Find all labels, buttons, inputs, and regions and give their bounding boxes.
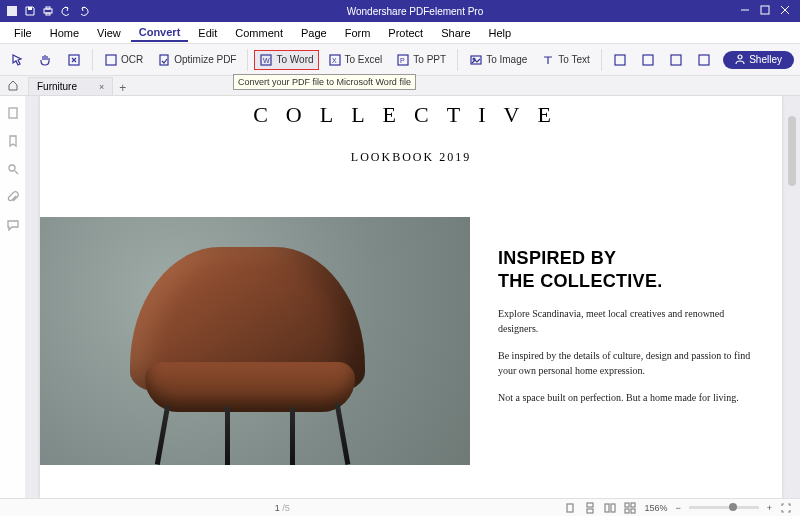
doc-paragraph: Explore Scandinavia, meet local creative… — [498, 306, 762, 336]
optimize-button[interactable]: Optimize PDF — [152, 50, 241, 70]
menu-file[interactable]: File — [6, 25, 40, 41]
doc-image — [40, 217, 470, 465]
svg-rect-33 — [625, 503, 629, 507]
text-icon — [541, 53, 555, 67]
svg-rect-30 — [587, 509, 593, 513]
svg-rect-6 — [761, 6, 769, 14]
vertical-scrollbar[interactable] — [788, 96, 798, 498]
status-bar: 1 /5 156% − + — [0, 498, 800, 516]
to-other-4-button[interactable] — [692, 50, 716, 70]
save-icon[interactable] — [24, 5, 36, 17]
svg-rect-31 — [605, 504, 609, 512]
optimize-icon — [157, 53, 171, 67]
bookmarks-icon[interactable] — [6, 134, 20, 148]
ppt-icon: P — [396, 53, 410, 67]
svg-rect-1 — [28, 7, 32, 10]
fit-icon — [67, 53, 81, 67]
doc-paragraph: Not a space built on perfection. But a h… — [498, 390, 762, 405]
tab-close-icon[interactable]: × — [99, 82, 104, 92]
view-single-icon[interactable] — [564, 502, 576, 514]
user-account-button[interactable]: Shelley — [723, 51, 794, 69]
svg-rect-29 — [587, 503, 593, 507]
undo-icon[interactable] — [60, 5, 72, 17]
to-ppt-button[interactable]: PTo PPT — [391, 50, 451, 70]
menu-convert[interactable]: Convert — [131, 24, 189, 42]
svg-rect-21 — [643, 55, 653, 65]
export-icon — [613, 53, 627, 67]
to-word-button[interactable]: WTo Word — [254, 50, 318, 70]
svg-rect-32 — [611, 504, 615, 512]
search-icon[interactable] — [6, 162, 20, 176]
hand-icon — [39, 53, 53, 67]
svg-line-27 — [15, 171, 18, 174]
svg-rect-35 — [625, 509, 629, 513]
doc-title: COLLECTIVE — [40, 102, 782, 128]
close-icon[interactable] — [780, 5, 790, 17]
to-image-button[interactable]: To Image — [464, 50, 532, 70]
user-name: Shelley — [749, 54, 782, 65]
new-tab-button[interactable]: + — [113, 81, 132, 95]
document-viewport[interactable]: COLLECTIVE LOOKBOOK 2019 INSPIRED BYTHE … — [26, 96, 800, 498]
view-facing-icon[interactable] — [604, 502, 616, 514]
select-tool[interactable] — [6, 50, 30, 70]
tab-label: Furniture — [37, 81, 77, 92]
svg-rect-10 — [106, 55, 116, 65]
zoom-value[interactable]: 156% — [644, 503, 667, 513]
svg-rect-20 — [615, 55, 625, 65]
to-other-2-button[interactable] — [636, 50, 660, 70]
svg-rect-3 — [46, 7, 50, 9]
menu-help[interactable]: Help — [481, 25, 520, 41]
view-continuous-icon[interactable] — [584, 502, 596, 514]
zoom-out-button[interactable]: − — [675, 503, 680, 513]
user-icon — [735, 54, 745, 66]
doc-text-column: INSPIRED BYTHE COLLECTIVE. Explore Scand… — [470, 217, 782, 465]
thumbnails-icon[interactable] — [6, 106, 20, 120]
left-sidebar — [0, 96, 26, 498]
print-icon[interactable] — [42, 5, 54, 17]
menu-comment[interactable]: Comment — [227, 25, 291, 41]
image-icon — [469, 53, 483, 67]
menu-page[interactable]: Page — [293, 25, 335, 41]
svg-point-26 — [9, 165, 15, 171]
document-tab[interactable]: Furniture × — [28, 77, 113, 95]
export-icon — [669, 53, 683, 67]
redo-icon[interactable] — [78, 5, 90, 17]
menu-home[interactable]: Home — [42, 25, 87, 41]
svg-text:P: P — [400, 57, 405, 64]
app-logo-icon — [6, 5, 18, 17]
zoom-tool[interactable] — [62, 50, 86, 70]
menu-bar: File Home View Convert Edit Comment Page… — [0, 22, 800, 44]
attachments-icon[interactable] — [6, 190, 20, 204]
to-other-3-button[interactable] — [664, 50, 688, 70]
to-excel-button[interactable]: XTo Excel — [323, 50, 388, 70]
home-tab-icon[interactable] — [0, 75, 26, 95]
page-indicator[interactable]: 1 /5 — [275, 503, 290, 513]
comments-icon[interactable] — [6, 218, 20, 232]
menu-form[interactable]: Form — [337, 25, 379, 41]
menu-view[interactable]: View — [89, 25, 129, 41]
cursor-icon — [11, 53, 25, 67]
svg-rect-28 — [567, 504, 573, 512]
doc-paragraph: Be inspired by the details of culture, d… — [498, 348, 762, 378]
ocr-button[interactable]: OCR — [99, 50, 148, 70]
to-text-button[interactable]: To Text — [536, 50, 595, 70]
to-other-1-button[interactable] — [608, 50, 632, 70]
fullscreen-icon[interactable] — [780, 502, 792, 514]
hand-tool[interactable] — [34, 50, 58, 70]
minimize-icon[interactable] — [740, 5, 750, 17]
svg-rect-36 — [631, 509, 635, 513]
maximize-icon[interactable] — [760, 5, 770, 17]
svg-rect-23 — [699, 55, 709, 65]
menu-protect[interactable]: Protect — [380, 25, 431, 41]
excel-icon: X — [328, 53, 342, 67]
zoom-slider[interactable] — [689, 506, 759, 509]
svg-rect-25 — [9, 108, 17, 118]
to-word-tooltip: Convert your PDF file to Microsoft Word … — [233, 74, 416, 90]
menu-edit[interactable]: Edit — [190, 25, 225, 41]
svg-rect-34 — [631, 503, 635, 507]
view-facing-continuous-icon[interactable] — [624, 502, 636, 514]
menu-share[interactable]: Share — [433, 25, 478, 41]
doc-heading: INSPIRED BYTHE COLLECTIVE. — [498, 247, 762, 294]
zoom-in-button[interactable]: + — [767, 503, 772, 513]
export-icon — [697, 53, 711, 67]
